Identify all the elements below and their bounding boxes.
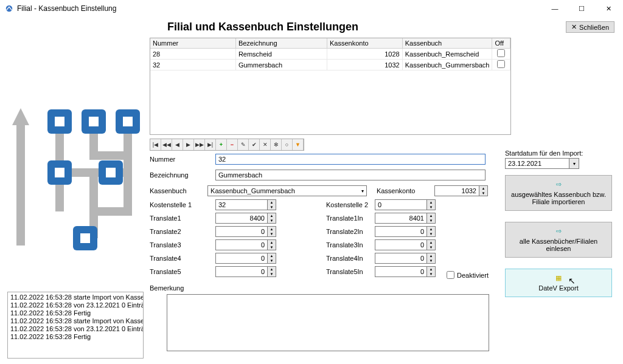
translate3in-label: Translate3In xyxy=(326,241,375,249)
translate1-label: Translate1 xyxy=(150,215,215,222)
translate5in-label: Translate5In xyxy=(326,268,375,275)
spin-down-icon[interactable]: ▼ xyxy=(479,191,487,196)
nav-last-button[interactable]: ▶| xyxy=(205,139,216,150)
datev-icon: ▦ xyxy=(555,274,562,282)
chevron-down-icon: ▾ xyxy=(361,188,364,194)
datev-export-button[interactable]: ▦ DateV Export xyxy=(505,269,612,297)
kostenstelle1-label: Kostenstelle 1 xyxy=(150,201,215,208)
bemerkung-textarea[interactable] xyxy=(167,294,489,351)
translate3-label: Translate3 xyxy=(150,241,215,249)
deaktiviert-label: Deaktiviert xyxy=(457,272,489,279)
window-maximize-button[interactable]: ☐ xyxy=(568,0,595,17)
window-close-button[interactable]: ✕ xyxy=(595,0,622,17)
translate3in-spin[interactable]: 0 xyxy=(375,239,427,250)
translate4-spin[interactable]: 0 xyxy=(215,253,268,264)
translate4-label: Translate4 xyxy=(150,255,215,262)
off-checkbox[interactable] xyxy=(497,60,505,68)
nummer-input[interactable]: 32 xyxy=(215,154,486,165)
nav-filter-button[interactable]: ▼ xyxy=(293,139,304,150)
window-titlebar: Filial - Kassenbuch Einstellung — ☐ ✕ xyxy=(0,0,623,17)
window-title: Filial - Kassenbuch Einstellung xyxy=(17,4,116,13)
nav-prev-button[interactable]: ◀ xyxy=(172,139,183,150)
nav-next-button[interactable]: ▶ xyxy=(183,139,194,150)
deaktiviert-checkbox[interactable] xyxy=(447,271,454,279)
kostenstelle2-label: Kostenstelle 2 xyxy=(326,201,375,208)
nummer-label: Nummer xyxy=(150,156,215,163)
translate3-spin[interactable]: 0 xyxy=(215,239,268,250)
log-output: 11.02.2022 16:53:28 starte Import von Ka… xyxy=(7,292,144,359)
nav-first-button[interactable]: |◀ xyxy=(150,139,161,150)
close-icon: ✕ xyxy=(571,23,577,31)
app-icon xyxy=(5,4,13,13)
translate2in-label: Translate2In xyxy=(326,228,375,235)
translate1-spin[interactable]: 8400 xyxy=(215,213,268,224)
import-selected-button[interactable]: ⇨ ausgewähltes Kassenbuch bzw. Filiale i… xyxy=(505,175,612,211)
kostenstelle1-spin[interactable]: 32 xyxy=(215,199,268,210)
translate2-spin[interactable]: 0 xyxy=(215,226,268,237)
bezeichnung-input[interactable]: Gummersbach xyxy=(215,170,486,180)
startdatum-label: Startdatum für den Import: xyxy=(505,149,612,157)
nav-refresh-button[interactable]: ✻ xyxy=(271,139,282,150)
col-kassenbuch[interactable]: Kassenbuch xyxy=(402,38,492,49)
window-minimize-button[interactable]: — xyxy=(541,0,568,17)
kassenkonto-label: Kassenkonto xyxy=(377,187,434,194)
kostenstelle2-spin[interactable]: 0 xyxy=(375,199,427,210)
filial-grid[interactable]: Nummer Bezeichnung Kassenkonto Kassenbuc… xyxy=(150,38,511,135)
spin-up-icon[interactable]: ▲ xyxy=(479,186,487,191)
table-row[interactable]: 28 Remscheid 1028 Kassenbuch_Remscheid xyxy=(150,49,510,60)
import-icon: ⇨ xyxy=(556,180,562,188)
close-button-label: Schließen xyxy=(579,24,609,31)
col-nummer[interactable]: Nummer xyxy=(150,38,235,49)
bemerkung-label: Bemerkung xyxy=(150,284,184,292)
date-dropdown-button[interactable]: ▾ xyxy=(569,158,579,169)
nav-next-page-button[interactable]: ▶▶ xyxy=(194,139,205,150)
translate1in-label: Translate1In xyxy=(326,215,375,222)
import-all-button[interactable]: ⇨ alle Kassenbücher/Filialen einlesen xyxy=(505,222,612,258)
translate4in-spin[interactable]: 0 xyxy=(375,253,427,264)
nav-edit-button[interactable]: ✎ xyxy=(238,139,249,150)
svg-point-0 xyxy=(6,5,13,12)
bezeichnung-label: Bezeichnung xyxy=(150,171,215,179)
nav-cancel-button[interactable]: ✕ xyxy=(260,139,271,150)
translate2in-spin[interactable]: 0 xyxy=(375,226,427,237)
close-button[interactable]: ✕ Schließen xyxy=(566,21,614,33)
off-checkbox[interactable] xyxy=(497,49,505,57)
translate5in-spin[interactable]: 0 xyxy=(375,266,427,277)
kassenbuch-select[interactable]: Kassenbuch_Gummersbach ▾ xyxy=(207,185,367,196)
kassenkonto-spin[interactable]: 1032 xyxy=(434,185,479,196)
nav-post-button[interactable]: ✔ xyxy=(249,139,260,150)
page-title: Filial und Kassenbuch Einstellungen xyxy=(167,21,358,33)
col-off[interactable]: Off xyxy=(492,38,510,49)
nav-add-button[interactable]: + xyxy=(216,139,227,150)
kassenbuch-label: Kassenbuch xyxy=(150,187,207,194)
db-navigator-toolbar: |◀ ◀◀ ◀ ▶ ▶▶ ▶| + − ✎ ✔ ✕ ✻ ○ ▼ xyxy=(150,139,304,151)
nav-prev-page-button[interactable]: ◀◀ xyxy=(161,139,172,150)
translate2-label: Translate2 xyxy=(150,228,215,235)
translate4in-label: Translate4In xyxy=(326,255,375,262)
translate1in-spin[interactable]: 8401 xyxy=(375,213,427,224)
table-row[interactable]: 32 Gummersbach 1032 Kassenbuch_Gummersba… xyxy=(150,60,510,70)
import-all-icon: ⇨ xyxy=(556,227,562,235)
col-bezeichnung[interactable]: Bezeichnung xyxy=(235,38,327,49)
nav-bookmark-button[interactable]: ○ xyxy=(282,139,293,150)
translate5-label: Translate5 xyxy=(150,268,215,275)
startdatum-input[interactable]: 23.12.2021 xyxy=(505,158,569,169)
svg-marker-4 xyxy=(12,108,29,125)
translate5-spin[interactable]: 0 xyxy=(215,266,268,277)
col-kassenkonto[interactable]: Kassenkonto xyxy=(327,38,403,49)
tree-illustration xyxy=(7,106,142,255)
nav-delete-button[interactable]: − xyxy=(227,139,238,150)
